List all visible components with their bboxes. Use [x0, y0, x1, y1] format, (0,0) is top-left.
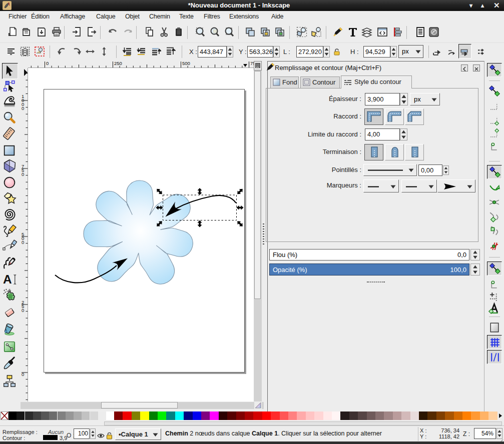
svg-text:0: 0 [22, 172, 24, 177]
svg-text:750: 750 [250, 60, 254, 66]
svg-text:0: 0 [22, 240, 24, 245]
svg-text:0: 0 [22, 372, 24, 377]
svg-text:0: 0 [46, 60, 49, 66]
svg-text:500: 500 [182, 60, 190, 66]
svg-text:A: A [3, 272, 12, 286]
svg-text:250: 250 [114, 60, 122, 66]
svg-text:0: 0 [22, 308, 24, 313]
svg-text:0: 0 [22, 106, 24, 111]
